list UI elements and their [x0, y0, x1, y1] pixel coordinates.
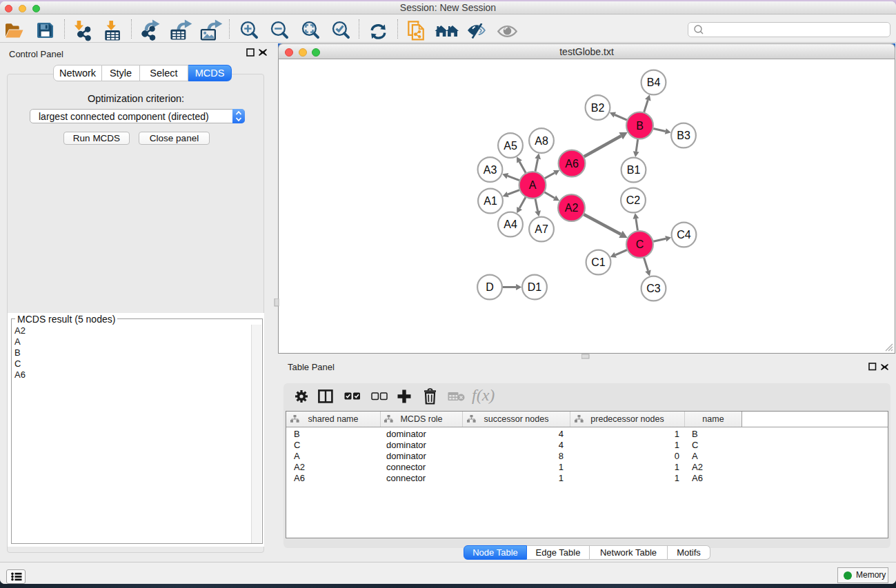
svg-text:A4: A4: [504, 219, 517, 230]
svg-text:C4: C4: [677, 229, 691, 241]
svg-text:C3: C3: [646, 283, 661, 294]
svg-text:A7: A7: [535, 223, 548, 235]
svg-text:A1: A1: [484, 195, 497, 207]
svg-text:B: B: [636, 120, 644, 132]
svg-text:C2: C2: [626, 194, 641, 206]
svg-text:A2: A2: [565, 202, 579, 214]
svg-text:A6: A6: [565, 158, 579, 170]
svg-text:A5: A5: [504, 140, 517, 152]
svg-text:B1: B1: [627, 164, 641, 176]
svg-text:A3: A3: [484, 164, 497, 176]
svg-text:C: C: [636, 239, 644, 250]
svg-text:D1: D1: [528, 281, 542, 293]
svg-text:B4: B4: [647, 77, 661, 88]
svg-text:B3: B3: [677, 130, 690, 141]
svg-text:D: D: [486, 281, 494, 293]
svg-text:A8: A8: [535, 135, 548, 147]
svg-text:C1: C1: [591, 256, 606, 268]
svg-text:B2: B2: [591, 102, 605, 114]
svg-text:A: A: [529, 179, 537, 191]
